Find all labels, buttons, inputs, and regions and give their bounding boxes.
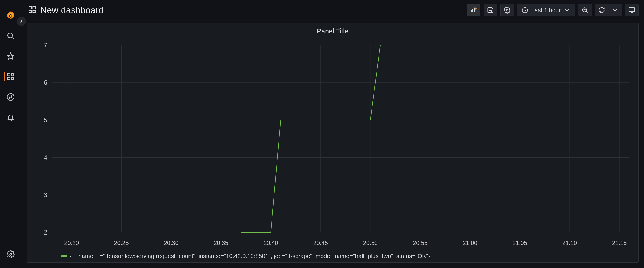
svg-point-10: [10, 253, 12, 255]
svg-text:20:30: 20:30: [164, 239, 178, 247]
toolbar: New dashboard Last 1 hour: [21, 0, 644, 20]
chart-legend[interactable]: {__name__=":tensorflow:serving:request_c…: [32, 250, 634, 260]
svg-text:20:40: 20:40: [264, 239, 278, 247]
svg-text:5: 5: [44, 116, 47, 124]
sidebar-explore[interactable]: [0, 87, 21, 107]
svg-text:20:55: 20:55: [413, 239, 428, 247]
panel-title[interactable]: Panel Title: [32, 26, 634, 37]
svg-marker-9: [9, 96, 12, 98]
dashboard-title: New dashboard: [40, 5, 104, 15]
svg-text:2: 2: [44, 229, 47, 236]
clock-icon: [522, 7, 528, 13]
compass-icon: [6, 93, 15, 101]
time-range-picker[interactable]: Last 1 hour: [517, 4, 575, 16]
main-area: New dashboard Last 1 hour: [21, 0, 644, 268]
refresh-button[interactable]: [595, 4, 608, 16]
sidebar-alerting[interactable]: [0, 107, 21, 127]
gear-icon: [504, 7, 510, 13]
svg-text:21:15: 21:15: [612, 239, 627, 247]
svg-rect-15: [471, 10, 472, 12]
grafana-logo-icon: [6, 10, 16, 21]
svg-rect-5: [11, 74, 14, 76]
svg-rect-16: [472, 9, 474, 12]
svg-text:4: 4: [44, 154, 47, 161]
svg-text:3: 3: [44, 191, 47, 198]
svg-text:21:00: 21:00: [463, 239, 478, 247]
bell-icon: [6, 113, 15, 121]
svg-point-1: [8, 33, 12, 38]
panel: Panel Title 23456720:2020:2520:3020:3520…: [27, 22, 638, 263]
gear-icon: [6, 250, 15, 258]
sidebar-dashboards[interactable]: [0, 66, 21, 87]
refresh-interval-button[interactable]: [608, 4, 622, 16]
dashboard-grid-icon: [28, 6, 36, 15]
zoom-out-icon: [582, 7, 588, 13]
svg-point-20: [506, 9, 508, 11]
svg-rect-11: [29, 7, 32, 9]
svg-text:21:10: 21:10: [562, 239, 577, 247]
svg-rect-4: [8, 74, 10, 76]
svg-text:20:20: 20:20: [64, 239, 79, 247]
svg-rect-6: [8, 77, 10, 80]
svg-rect-25: [629, 8, 635, 12]
svg-rect-12: [33, 7, 35, 9]
svg-point-8: [7, 94, 14, 100]
svg-line-2: [12, 37, 14, 39]
save-dashboard-button[interactable]: [484, 4, 497, 16]
chevron-down-icon: [564, 7, 570, 13]
sidebar-search[interactable]: [0, 26, 21, 46]
add-panel-icon: [470, 7, 477, 13]
svg-text:20:50: 20:50: [363, 239, 378, 247]
svg-marker-3: [7, 53, 14, 59]
save-icon: [487, 7, 494, 13]
svg-line-23: [586, 11, 588, 13]
svg-rect-14: [33, 10, 35, 13]
add-panel-button[interactable]: [467, 4, 480, 16]
star-icon: [6, 52, 15, 60]
refresh-group: [595, 4, 622, 16]
cycle-view-mode-button[interactable]: [625, 4, 638, 16]
dashboards-icon: [6, 72, 15, 81]
svg-rect-7: [11, 77, 14, 80]
zoom-out-button[interactable]: [578, 4, 592, 16]
expand-sidebar-handle[interactable]: [17, 17, 26, 26]
search-icon: [6, 32, 15, 40]
sidebar: [0, 0, 21, 268]
svg-text:7: 7: [44, 41, 47, 49]
chart-svg: 23456720:2020:2520:3020:3520:4020:4520:5…: [32, 37, 634, 250]
chart-plot-area[interactable]: 23456720:2020:2520:3020:3520:4020:4520:5…: [32, 37, 634, 250]
time-range-label: Last 1 hour: [531, 7, 561, 14]
title-group[interactable]: New dashboard: [28, 5, 464, 15]
svg-text:6: 6: [44, 79, 47, 86]
sidebar-starred[interactable]: [0, 46, 21, 66]
svg-text:20:45: 20:45: [313, 239, 328, 247]
svg-text:21:05: 21:05: [512, 239, 527, 247]
refresh-icon: [598, 7, 605, 13]
chevron-right-icon: [19, 19, 24, 24]
chevron-down-icon: [612, 7, 618, 13]
monitor-icon: [628, 7, 635, 13]
svg-text:20:25: 20:25: [114, 239, 129, 247]
dashboard-settings-button[interactable]: [500, 4, 514, 16]
legend-label: {__name__=":tensorflow:serving:request_c…: [70, 253, 430, 260]
sidebar-settings[interactable]: [0, 244, 21, 265]
svg-rect-13: [29, 10, 32, 13]
svg-text:20:35: 20:35: [214, 239, 228, 247]
legend-swatch: [61, 255, 67, 257]
svg-rect-17: [474, 8, 475, 12]
